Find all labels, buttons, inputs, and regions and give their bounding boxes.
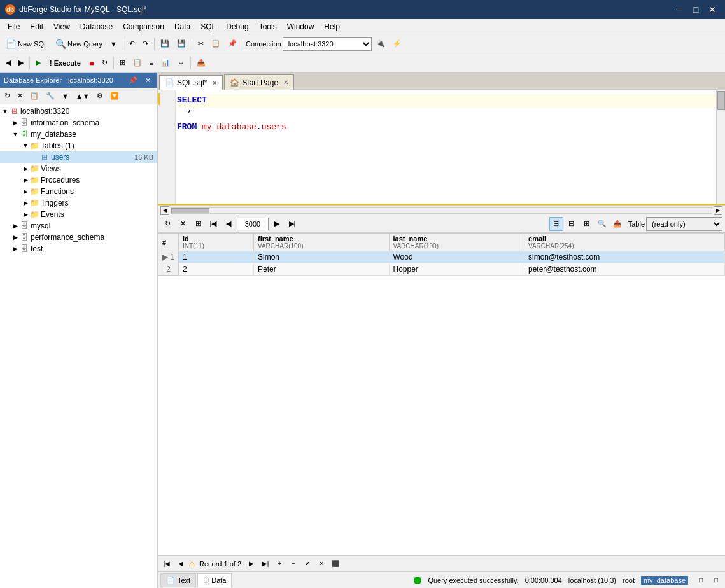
menu-tools[interactable]: Tools — [254, 21, 282, 32]
col-header-lastname[interactable]: last_name VARCHAR(100) — [389, 234, 524, 251]
close-button[interactable]: ✕ — [705, 3, 720, 16]
result-search[interactable]: 🔍 — [595, 217, 609, 231]
new-query-button[interactable]: 🔍 New Query — [52, 37, 106, 51]
tree-toggle-views[interactable]: ▶ — [22, 165, 29, 172]
dbe-copy[interactable]: 📋 — [27, 89, 42, 103]
col-header-id[interactable]: id INT(11) — [179, 234, 254, 251]
result-cancel[interactable]: ✕ — [176, 217, 190, 231]
form-view-button[interactable]: 📋 — [130, 56, 145, 70]
view-tab-data[interactable]: ⊞ Data — [197, 573, 232, 587]
tree-item-info-schema[interactable]: ▶ 🗄 information_schema — [0, 117, 157, 129]
view-tab-text[interactable]: 📄 Text — [160, 573, 196, 587]
tree-toggle-mysql[interactable]: ▶ — [11, 222, 19, 230]
result-first[interactable]: |◀ — [206, 217, 220, 231]
cell-firstname-2[interactable]: Peter — [253, 263, 389, 276]
dbe-filter[interactable]: ▼ — [59, 89, 72, 103]
chart-view-button[interactable]: 📊 — [158, 56, 173, 70]
tree-toggle-info[interactable]: ▶ — [11, 119, 19, 127]
tree-item-my-database[interactable]: ▼ 🗄 my_database — [0, 129, 157, 140]
cell-firstname-1[interactable]: Simon — [253, 251, 389, 263]
view-toggle-1[interactable]: □ — [694, 574, 707, 587]
db-explorer-pin[interactable]: 📌 — [126, 73, 140, 87]
dbe-delete[interactable]: ✕ — [14, 89, 26, 103]
cell-lastname-2[interactable]: Hopper — [389, 263, 524, 276]
toolbar-forward[interactable]: ▶ — [15, 56, 27, 70]
editor-hscroll[interactable]: ◀ ▶ — [158, 205, 725, 215]
toolbar-paste[interactable]: 📌 — [225, 37, 240, 51]
tree-item-perf-schema[interactable]: ▶ 🗄 performance_schema — [0, 232, 157, 243]
tree-item-procedures[interactable]: ▶ 📁 Procedures — [0, 174, 157, 186]
pivot-view-button[interactable]: ↔ — [174, 56, 188, 70]
nav-prev[interactable]: ◀ — [174, 557, 187, 570]
cell-id-1[interactable]: 1 — [179, 251, 254, 263]
sql-editor[interactable]: SELECT * FROM my_database.users — [158, 90, 725, 205]
toolbar-redo[interactable]: ↷ — [139, 37, 151, 51]
h-scrollbar-thumb[interactable] — [171, 208, 209, 213]
nav-stop[interactable]: ⬛ — [329, 557, 342, 570]
result-last[interactable]: ▶| — [285, 217, 299, 231]
scroll-right-btn[interactable]: ▶ — [714, 206, 722, 215]
cell-id-2[interactable]: 2 — [179, 263, 254, 276]
dbe-filter2[interactable]: 🔽 — [107, 89, 122, 103]
nav-add[interactable]: + — [273, 557, 286, 570]
tree-toggle-triggers[interactable]: ▶ — [22, 199, 29, 207]
toolbar-back[interactable]: ◀ — [3, 56, 14, 70]
export-button[interactable]: 📤 — [194, 56, 209, 70]
tab-start-close[interactable]: ✕ — [283, 79, 288, 86]
menu-comparison[interactable]: Comparison — [118, 21, 169, 32]
tree-item-views[interactable]: ▶ 📁 Views — [0, 163, 157, 174]
toolbar-save[interactable]: 💾 — [157, 37, 172, 51]
tree-item-events[interactable]: ▶ 📁 Events — [0, 209, 157, 220]
tree-toggle-tables[interactable]: ▼ — [22, 142, 29, 150]
menu-sql[interactable]: SQL — [195, 21, 221, 32]
col-header-firstname[interactable]: first_name VARCHAR(100) — [253, 234, 389, 251]
tab-sql[interactable]: 📄 SQL.sql* ✕ — [159, 75, 223, 90]
data-grid-container[interactable]: # id INT(11) first_name VARCHAR(100) las… — [158, 233, 725, 555]
menu-debug[interactable]: Debug — [221, 21, 253, 32]
table-row[interactable]: ▶ 1 1 Simon Wood simon@testhost.com — [158, 251, 725, 263]
tree-toggle-perf[interactable]: ▶ — [11, 234, 19, 241]
new-sql-button[interactable]: 📄 New SQL — [3, 37, 51, 51]
tree-toggle-test[interactable]: ▶ — [11, 245, 19, 253]
tree-toggle-mydb[interactable]: ▼ — [11, 130, 19, 138]
col-header-rownum[interactable]: # — [158, 234, 179, 251]
menu-data[interactable]: Data — [169, 21, 195, 32]
menu-window[interactable]: Window — [282, 21, 320, 32]
menu-edit[interactable]: Edit — [25, 21, 48, 32]
result-table-view[interactable]: ⊟ — [565, 217, 579, 231]
menu-view[interactable]: View — [48, 21, 75, 32]
table-row[interactable]: 2 2 Peter Hopper peter@testhost.com — [158, 263, 725, 276]
menu-help[interactable]: Help — [319, 21, 345, 32]
tree-item-test[interactable]: ▶ 🗄 test — [0, 243, 157, 255]
cell-email-1[interactable]: simon@testhost.com — [524, 251, 725, 263]
view-toggle-2[interactable]: □ — [710, 574, 722, 587]
cell-email-2[interactable]: peter@testhost.com — [524, 263, 725, 276]
tree-item-functions[interactable]: ▶ 📁 Functions — [0, 186, 157, 197]
table-select[interactable]: (read only) — [646, 217, 722, 231]
toolbar-saveall[interactable]: 💾 — [174, 37, 189, 51]
nav-confirm[interactable]: ✔ — [301, 557, 314, 570]
minimize-button[interactable]: ─ — [672, 3, 687, 16]
execute-button[interactable]: ! Execute — [45, 56, 85, 70]
tree-toggle-procedures[interactable]: ▶ — [22, 176, 29, 184]
db-explorer-close[interactable]: ✕ — [143, 73, 153, 87]
dbe-properties[interactable]: 🔧 — [43, 89, 58, 103]
result-refresh[interactable]: ↻ — [160, 217, 174, 231]
result-grid-view[interactable]: ⊞ — [549, 217, 563, 231]
col-header-email[interactable]: email VARCHAR(254) — [524, 234, 725, 251]
toolbar-disconnect[interactable]: ⚡ — [390, 37, 405, 51]
tree-item-server[interactable]: ▼ 🖥 localhost:3320 — [0, 106, 157, 117]
result-grid[interactable]: ⊞ — [191, 217, 205, 231]
text-view-button[interactable]: ≡ — [146, 56, 157, 70]
toolbar-run[interactable]: ▶ — [32, 56, 44, 70]
toolbar-cut[interactable]: ✂ — [195, 37, 207, 51]
tree-item-triggers[interactable]: ▶ 📁 Triggers — [0, 197, 157, 209]
h-scrollbar-track[interactable] — [171, 207, 712, 214]
tree-toggle-server[interactable]: ▼ — [1, 108, 9, 115]
toolbar-copy[interactable]: 📋 — [208, 37, 223, 51]
nav-first[interactable]: |◀ — [160, 557, 173, 570]
editor-vscrollbar[interactable] — [716, 90, 725, 204]
toolbar-dropdown1[interactable]: ▼ — [107, 37, 120, 51]
connection-dropdown[interactable]: localhost:3320 — [283, 37, 372, 51]
nav-next[interactable]: ▶ — [245, 557, 258, 570]
